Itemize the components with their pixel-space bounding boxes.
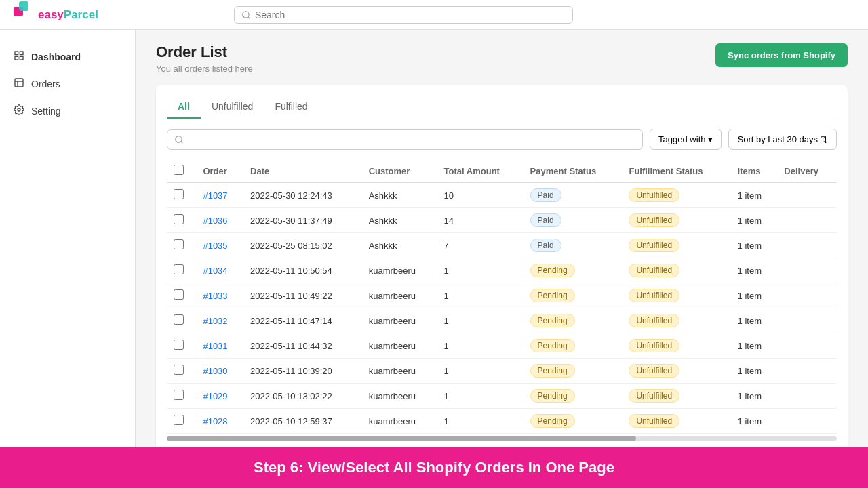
- tab-fulfilled[interactable]: Fulfilled: [264, 96, 318, 119]
- row-date: 2022-05-11 10:47:14: [243, 308, 362, 333]
- row-checkbox-cell[interactable]: [167, 283, 196, 308]
- search-icon: [241, 10, 251, 20]
- row-fulfillment: Unfulfilled: [622, 183, 730, 208]
- row-checkbox-cell[interactable]: [167, 333, 196, 359]
- global-search-bar[interactable]: [234, 6, 573, 24]
- col-customer: Customer: [362, 159, 437, 183]
- row-order[interactable]: #1034: [196, 258, 243, 283]
- row-checkbox[interactable]: [174, 340, 184, 350]
- row-customer: kuamrbeeru: [362, 283, 437, 308]
- row-delivery: [777, 283, 837, 308]
- row-delivery: [777, 208, 837, 233]
- row-order[interactable]: #1031: [196, 333, 243, 359]
- col-order: Order: [196, 159, 243, 183]
- row-order[interactable]: #1030: [196, 359, 243, 384]
- svg-point-11: [18, 108, 20, 111]
- global-search-input[interactable]: [255, 9, 566, 20]
- row-checkbox[interactable]: [174, 239, 184, 249]
- sidebar-item-label: Setting: [31, 106, 61, 117]
- search-icon: [174, 135, 184, 144]
- payment-badge: Pending: [530, 314, 575, 327]
- sidebar-item-label: Dashboard: [31, 52, 81, 62]
- table-row: #1034 2022-05-11 10:50:54 kuamrbeeru 1 P…: [167, 258, 837, 283]
- svg-rect-4: [15, 52, 18, 55]
- order-search-field[interactable]: [167, 129, 643, 150]
- row-checkbox-cell[interactable]: [167, 183, 196, 208]
- row-payment: Pending: [524, 308, 623, 333]
- fulfillment-badge: Unfulfilled: [629, 314, 679, 327]
- row-checkbox-cell[interactable]: [167, 258, 196, 283]
- row-fulfillment: Unfulfilled: [622, 283, 730, 308]
- row-order[interactable]: #1029: [196, 384, 243, 409]
- row-payment: Pending: [524, 333, 623, 359]
- fulfillment-badge: Unfulfilled: [629, 414, 679, 428]
- sidebar-item-dashboard[interactable]: Dashboard: [0, 43, 135, 70]
- sort-icon: ⇅: [821, 134, 828, 144]
- payment-badge: Paid: [530, 239, 561, 252]
- row-fulfillment: Unfulfilled: [622, 208, 730, 233]
- row-checkbox-cell[interactable]: [167, 308, 196, 333]
- row-checkbox[interactable]: [174, 415, 184, 425]
- row-checkbox[interactable]: [174, 264, 184, 274]
- row-fulfillment: Unfulfilled: [622, 359, 730, 384]
- tagged-with-button[interactable]: Tagged with ▾: [650, 129, 722, 150]
- tab-all[interactable]: All: [167, 96, 201, 119]
- row-payment: Pending: [524, 283, 623, 308]
- sidebar-item-setting[interactable]: Setting: [0, 98, 135, 125]
- row-order[interactable]: #1035: [196, 233, 243, 258]
- row-checkbox[interactable]: [174, 365, 184, 375]
- row-checkbox[interactable]: [174, 390, 184, 400]
- tab-unfulfilled[interactable]: Unfulfilled: [201, 96, 264, 119]
- row-order[interactable]: #1036: [196, 208, 243, 233]
- row-total: 14: [437, 208, 524, 233]
- row-items: 1 item: [731, 308, 778, 333]
- row-payment: Paid: [524, 208, 623, 233]
- scrollbar-thumb[interactable]: [167, 436, 636, 441]
- table-row: #1036 2022-05-30 11:37:49 Ashkkk 14 Paid…: [167, 208, 837, 233]
- fulfillment-badge: Unfulfilled: [629, 214, 679, 227]
- row-checkbox[interactable]: [174, 289, 184, 300]
- row-total: 1: [437, 409, 524, 434]
- row-items: 1 item: [731, 258, 778, 283]
- row-delivery: [777, 359, 837, 384]
- row-order[interactable]: #1032: [196, 308, 243, 333]
- payment-badge: Pending: [530, 339, 575, 352]
- sidebar-item-orders[interactable]: Orders: [0, 70, 135, 98]
- top-bar: easyParcel: [0, 0, 868, 30]
- col-fulfillment: Fulfillment Status: [622, 159, 730, 183]
- row-checkbox[interactable]: [174, 314, 184, 325]
- svg-rect-7: [15, 56, 18, 60]
- fulfillment-badge: Unfulfilled: [629, 239, 679, 252]
- select-all-header[interactable]: [167, 159, 196, 183]
- row-order[interactable]: #1028: [196, 409, 243, 434]
- payment-badge: Pending: [530, 289, 575, 302]
- row-order[interactable]: #1037: [196, 183, 243, 208]
- row-checkbox-cell[interactable]: [167, 409, 196, 434]
- row-checkbox-cell[interactable]: [167, 233, 196, 258]
- select-all-checkbox[interactable]: [174, 165, 184, 175]
- row-order[interactable]: #1033: [196, 283, 243, 308]
- sync-button[interactable]: Sync orders from Shopify: [715, 43, 848, 67]
- table-row: #1035 2022-05-25 08:15:02 Ashkkk 7 Paid …: [167, 233, 837, 258]
- row-items: 1 item: [731, 233, 778, 258]
- horizontal-scrollbar[interactable]: [167, 436, 837, 441]
- sort-button[interactable]: Sort by Last 30 days ⇅: [728, 129, 837, 150]
- row-customer: kuamrbeeru: [362, 333, 437, 359]
- row-total: 1: [437, 258, 524, 283]
- row-date: 2022-05-10 13:02:22: [243, 384, 362, 409]
- main-layout: Dashboard Orders Setting Order List You …: [0, 30, 868, 447]
- row-delivery: [777, 258, 837, 283]
- row-checkbox[interactable]: [174, 214, 184, 224]
- row-items: 1 item: [731, 283, 778, 308]
- col-delivery: Delivery: [777, 159, 837, 183]
- order-search-input[interactable]: [188, 134, 635, 145]
- table-row: #1028 2022-05-10 12:59:37 kuamrbeeru 1 P…: [167, 409, 837, 434]
- row-items: 1 item: [731, 333, 778, 359]
- row-checkbox-cell[interactable]: [167, 384, 196, 409]
- row-checkbox[interactable]: [174, 189, 184, 199]
- row-checkbox-cell[interactable]: [167, 208, 196, 233]
- row-customer: Ashkkk: [362, 183, 437, 208]
- row-total: 7: [437, 233, 524, 258]
- row-checkbox-cell[interactable]: [167, 359, 196, 384]
- table-row: #1033 2022-05-11 10:49:22 kuamrbeeru 1 P…: [167, 283, 837, 308]
